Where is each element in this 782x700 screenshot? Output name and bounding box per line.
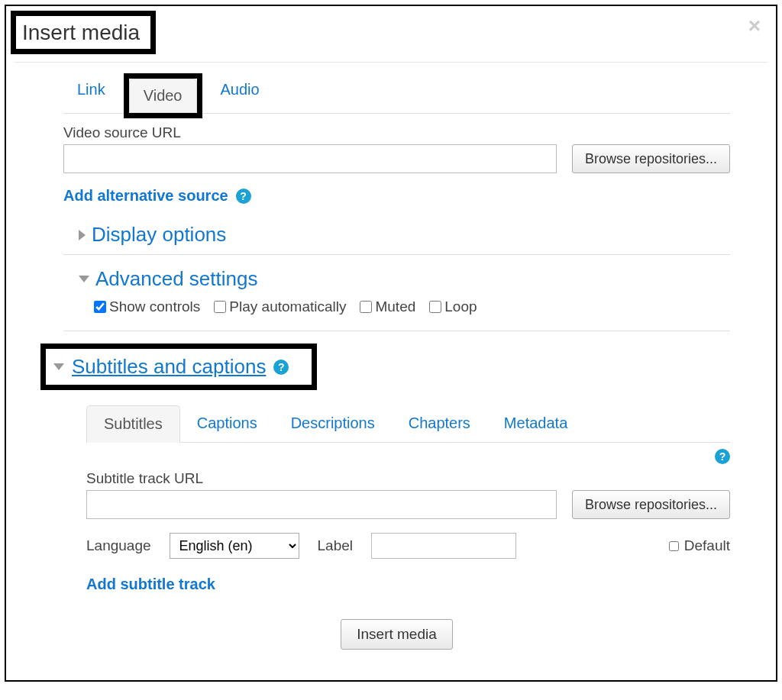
media-type-tabs: Link Video Audio xyxy=(63,73,730,114)
tab-chapters[interactable]: Chapters xyxy=(392,405,487,442)
loop-option[interactable]: Loop xyxy=(429,298,477,315)
video-source-url-input[interactable] xyxy=(63,144,557,173)
dialog-title: Insert media xyxy=(22,18,140,47)
chevron-down-icon xyxy=(53,363,64,370)
show-controls-option[interactable]: Show controls xyxy=(94,298,200,315)
tab-video-highlight: Video xyxy=(124,73,202,118)
track-type-tabs: Subtitles Captions Descriptions Chapters… xyxy=(86,405,730,443)
add-subtitle-track-link[interactable]: Add subtitle track xyxy=(86,576,215,593)
tab-descriptions[interactable]: Descriptions xyxy=(274,405,392,442)
default-label: Default xyxy=(684,537,730,554)
chevron-right-icon xyxy=(79,230,86,240)
advanced-settings-label: Advanced settings xyxy=(95,267,257,291)
insert-media-dialog: × Insert media Link Video Audio Video so… xyxy=(6,6,776,680)
language-select[interactable]: English (en) xyxy=(170,533,299,559)
chevron-down-icon xyxy=(79,276,89,282)
play-automatically-option[interactable]: Play automatically xyxy=(214,298,346,315)
video-source-url-label: Video source URL xyxy=(63,124,730,141)
close-icon[interactable]: × xyxy=(748,15,761,37)
divider xyxy=(14,62,768,63)
label-input[interactable] xyxy=(371,533,516,559)
help-icon[interactable]: ? xyxy=(236,189,251,204)
add-alternative-source-link[interactable]: Add alternative source ? xyxy=(63,187,251,205)
loop-checkbox[interactable] xyxy=(429,301,441,313)
language-label: Language xyxy=(86,537,151,554)
advanced-settings-options: Show controls Play automatically Muted L… xyxy=(94,298,730,315)
divider xyxy=(63,254,730,255)
add-subtitle-track-label: Add subtitle track xyxy=(86,576,215,593)
muted-checkbox[interactable] xyxy=(360,301,372,313)
display-options-label: Display options xyxy=(92,223,226,247)
default-checkbox[interactable] xyxy=(669,541,679,551)
subtitle-track-url-input[interactable] xyxy=(86,490,557,519)
dialog-title-highlight: Insert media xyxy=(11,11,156,54)
help-icon[interactable]: ? xyxy=(273,360,289,375)
subtitle-track-url-label: Subtitle track URL xyxy=(86,470,730,487)
subtitles-captions-label: Subtitles and captions xyxy=(72,355,266,379)
play-automatically-checkbox[interactable] xyxy=(214,301,226,313)
label-label: Label xyxy=(318,537,354,554)
subtitles-captions-toggle[interactable]: Subtitles and captions ? xyxy=(53,355,289,379)
browse-repositories-button[interactable]: Browse repositories... xyxy=(572,490,730,519)
tab-video[interactable]: Video xyxy=(129,79,197,113)
insert-media-button[interactable]: Insert media xyxy=(341,619,453,650)
tab-subtitles[interactable]: Subtitles xyxy=(86,405,180,443)
display-options-toggle[interactable]: Display options xyxy=(79,223,730,247)
tab-link[interactable]: Link xyxy=(63,73,119,113)
browse-repositories-button[interactable]: Browse repositories... xyxy=(572,144,730,173)
subtitles-captions-highlight: Subtitles and captions ? xyxy=(40,344,317,390)
tab-audio[interactable]: Audio xyxy=(207,73,273,113)
advanced-settings-toggle[interactable]: Advanced settings xyxy=(79,267,730,291)
show-controls-checkbox[interactable] xyxy=(94,301,106,313)
divider xyxy=(63,331,730,331)
tab-captions[interactable]: Captions xyxy=(180,405,274,442)
tab-metadata[interactable]: Metadata xyxy=(487,405,584,442)
add-alternative-source-label: Add alternative source xyxy=(63,187,228,205)
muted-option[interactable]: Muted xyxy=(360,298,415,315)
